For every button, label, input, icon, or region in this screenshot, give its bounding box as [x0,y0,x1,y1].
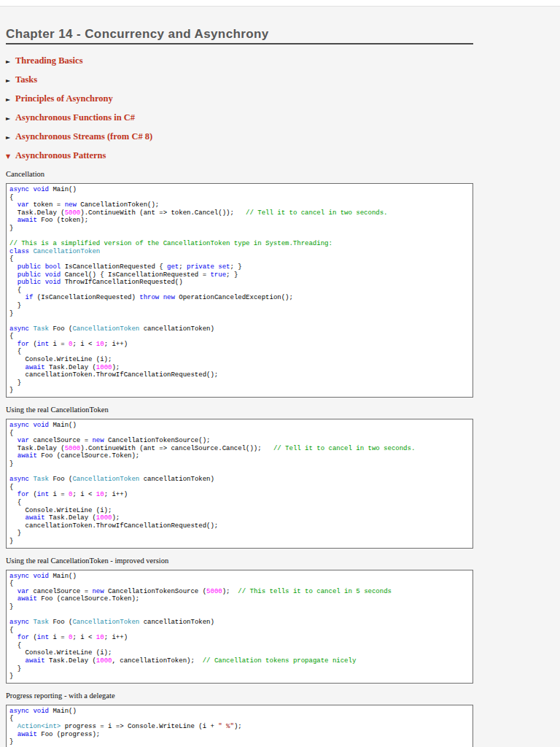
toc-item-label: Asynchronous Patterns [15,151,106,160]
code-line: var cancelSource = new CancellationToken… [9,437,470,445]
code-line: } [9,387,470,395]
code-line: public void ThrowIfCancellationRequested… [9,279,470,287]
toc-item-label: Threading Basics [15,56,83,66]
code-line: } [9,225,470,233]
code-block: async void Main(){ var cancelSource = ne… [6,419,473,549]
code-line: { [9,580,470,588]
code-line: } [9,460,470,468]
code-line: { [9,430,470,438]
code-line: public bool IsCancellationRequested { ge… [9,263,470,271]
sample-caption-cancellation: Cancellation [6,170,473,179]
code-line: } [9,302,470,310]
sample-caption-using-the-real-cancellationtoken-improved-version: Using the real CancellationToken - impro… [6,557,473,565]
code-line: if (IsCancellationRequested) throw new O… [9,294,470,302]
code-line [9,233,470,241]
code-line: await Task.Delay (1000); [9,364,470,372]
toc-list: ►Threading Basics►Tasks►Principles of As… [6,56,473,161]
sample-caption-using-the-real-cancellationtoken: Using the real CancellationToken [6,406,473,414]
code-line: { [9,348,470,356]
code-line: Task.Delay (5000).ContinueWith (ant => t… [9,209,470,217]
code-line: await Task.Delay (1000, cancellationToke… [9,657,470,665]
code-line: } [9,538,470,546]
sample-caption-progress-reporting-with-a-delegate: Progress reporting - with a delegate [6,692,473,700]
code-line: async void Main() [9,708,470,716]
code-line: async Task Foo (CancellationToken cancel… [9,619,470,627]
toc-item-label: Principles of Asynchrony [15,94,113,104]
toc-item-label: Tasks [15,75,37,85]
expand-arrow-icon: ► [6,114,15,123]
code-line: await Foo (progress); [9,731,470,739]
code-line: async void Main() [9,422,470,430]
code-line: { [9,715,470,723]
toc-item-threading-basics[interactable]: ►Threading Basics [6,56,473,66]
code-line: { [9,499,470,507]
code-line: } [9,665,470,673]
samples: Cancellationasync void Main(){ var token… [6,170,473,747]
toc-item-asynchronous-patterns[interactable]: ▼Asynchronous Patterns [6,151,473,161]
code-line: await Foo (token); [9,217,470,225]
toc-item-asynchronous-functions-in-c[interactable]: ►Asynchronous Functions in C# [6,113,473,123]
code-line: { [9,255,470,263]
code-block: async void Main(){ Action<int> progress … [6,705,473,747]
code-line: } [9,530,470,538]
top-strip [0,0,560,7]
code-line [9,468,470,476]
toc-item-asynchronous-streams-from-c-8[interactable]: ►Asynchronous Streams (from C# 8) [6,132,473,142]
code-line: } [9,738,470,746]
expand-arrow-icon: ► [6,133,15,142]
code-line: { [9,627,470,635]
code-line: { [9,642,470,650]
code-line: cancellationToken.ThrowIfCancellationReq… [9,522,470,530]
code-line: await Foo (cancelSource.Token); [9,452,470,460]
code-line: for (int i = 0; i < 10; i++) [9,491,470,499]
toc-item-label: Asynchronous Streams (from C# 8) [15,132,152,142]
code-line: } [9,603,470,611]
code-line [9,317,470,325]
code-block: async void Main(){ var cancelSource = ne… [6,570,473,684]
expand-arrow-icon: ► [6,76,15,85]
code-line: { [9,287,470,295]
code-line: { [9,194,470,202]
code-line: Action<int> progress = i => Console.Writ… [9,723,470,731]
code-line: Task.Delay (5000).ContinueWith (ant => c… [9,445,470,453]
code-line: async Task Foo (CancellationToken cancel… [9,325,470,333]
collapse-arrow-icon: ▼ [6,152,15,161]
code-line: } [9,673,470,681]
code-line: } [9,310,470,318]
code-line: { [9,333,470,341]
code-line: for (int i = 0; i < 10; i++) [9,634,470,642]
code-line: // This is a simplified version of the C… [9,240,470,248]
code-line: cancellationToken.ThrowIfCancellationReq… [9,371,470,379]
code-line: public void Cancel() { IsCancellationReq… [9,271,470,279]
code-line: { [9,484,470,492]
code-line: var token = new CancellationToken(); [9,201,470,209]
code-line: Console.WriteLine (i); [9,507,470,515]
toc-item-label: Asynchronous Functions in C# [15,113,135,123]
code-line: await Foo (cancelSource.Token); [9,595,470,603]
code-line: async Task Foo (CancellationToken cancel… [9,476,470,484]
code-line [9,611,470,619]
toc-item-principles-of-asynchrony[interactable]: ►Principles of Asynchrony [6,94,473,104]
page-title: Chapter 14 - Concurrency and Asynchrony [6,27,473,44]
code-line: Console.WriteLine (i); [9,649,470,657]
content: Chapter 14 - Concurrency and Asynchrony … [6,27,473,747]
expand-arrow-icon: ► [6,95,15,104]
code-block: async void Main(){ var token = new Cance… [6,183,473,398]
code-line: for (int i = 0; i < 10; i++) [9,341,470,349]
toc-item-tasks[interactable]: ►Tasks [6,75,473,85]
code-line: } [9,379,470,387]
code-line: var cancelSource = new CancellationToken… [9,588,470,596]
code-line: async void Main() [9,573,470,581]
code-line: Console.WriteLine (i); [9,356,470,364]
expand-arrow-icon: ► [6,57,15,66]
code-line: await Task.Delay (1000); [9,514,470,522]
code-line: async void Main() [9,186,470,194]
code-line: class CancellationToken [9,248,470,256]
